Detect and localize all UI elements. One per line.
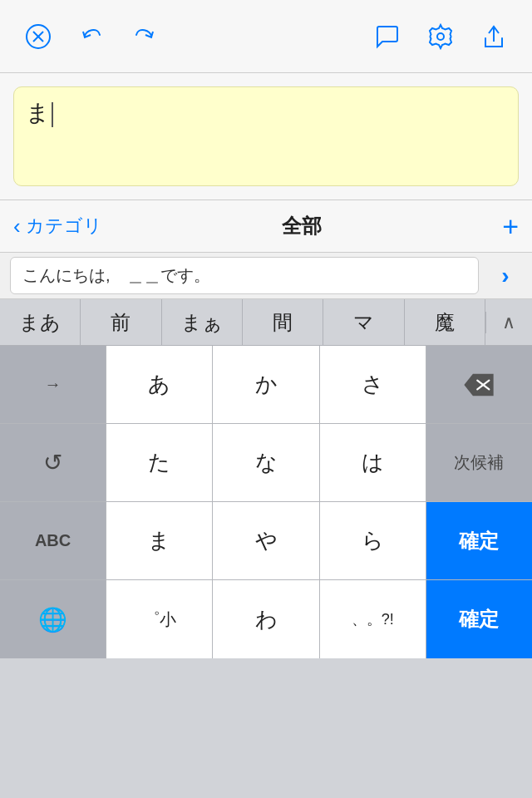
candidate-3[interactable]: 間 (243, 299, 323, 345)
redo-button[interactable] (126, 18, 163, 55)
key-ra[interactable]: ら (320, 502, 426, 579)
key-confirm-1[interactable]: 確定 (426, 502, 532, 579)
key-ya[interactable]: や (213, 502, 319, 579)
close-button[interactable] (20, 18, 57, 55)
note-content[interactable]: ま (13, 86, 519, 186)
candidate-2[interactable]: まぁ (162, 299, 243, 345)
candidate-4[interactable]: マ (323, 299, 404, 345)
candidate-1[interactable]: 前 (81, 299, 161, 345)
candidate-5[interactable]: 魔 (405, 299, 485, 345)
category-title: 全部 (282, 213, 322, 239)
keyboard-row-3: ABC ま や ら 確定 (0, 502, 532, 580)
key-ma[interactable]: ま (106, 502, 213, 579)
cursor (52, 102, 53, 127)
candidates-expand-button[interactable]: ∧ (485, 312, 532, 333)
key-arrow-right[interactable]: → (0, 346, 106, 423)
chat-button[interactable] (369, 18, 406, 55)
undo-button[interactable] (73, 18, 110, 55)
key-na[interactable]: な (213, 424, 319, 501)
category-back-button[interactable]: ‹ カテゴリ (13, 214, 102, 239)
keyboard-row-4: 🌐 ゜小 わ 、。?! 確定 (0, 580, 532, 658)
key-ta[interactable]: た (106, 424, 213, 501)
key-ka[interactable]: か (213, 346, 319, 423)
settings-button[interactable] (422, 18, 459, 55)
key-next-candidate[interactable]: 次候補 (426, 424, 532, 501)
autocomplete-suggestion[interactable]: こんにちは, ＿＿です。 (10, 257, 479, 294)
keyboard-row-2: ↺ た な は 次候補 (0, 424, 532, 502)
note-area: ま (0, 73, 532, 200)
key-globe[interactable]: 🌐 (0, 580, 106, 658)
note-text: ま (26, 100, 50, 126)
category-back-label: カテゴリ (26, 214, 102, 239)
autocomplete-arrow-button[interactable]: › (489, 259, 522, 293)
toolbar (0, 0, 532, 73)
key-backspace[interactable] (426, 346, 532, 423)
key-wa[interactable]: わ (213, 580, 319, 658)
key-abc[interactable]: ABC (0, 502, 106, 579)
category-add-button[interactable]: + (502, 212, 519, 240)
key-confirm-2[interactable]: 確定 (426, 580, 532, 658)
key-ha[interactable]: は (320, 424, 426, 501)
autocomplete-bar: こんにちは, ＿＿です。 › (0, 253, 532, 299)
key-undo[interactable]: ↺ (0, 424, 106, 501)
key-sa[interactable]: さ (320, 346, 426, 423)
key-small[interactable]: ゜小 (106, 580, 213, 658)
candidate-0[interactable]: まあ (0, 299, 81, 345)
keyboard: → あ か さ ↺ た な は 次候補 ABC ま や ら 確定 🌐 ゜小 わ … (0, 346, 532, 658)
keyboard-row-1: → あ か さ (0, 346, 532, 424)
svg-point-3 (437, 33, 444, 40)
key-a[interactable]: あ (106, 346, 213, 423)
key-punct[interactable]: 、。?! (320, 580, 426, 658)
category-bar: ‹ カテゴリ 全部 + (0, 200, 532, 253)
candidates-row: まあ 前 まぁ 間 マ 魔 ∧ (0, 299, 532, 346)
share-button[interactable] (475, 18, 512, 55)
